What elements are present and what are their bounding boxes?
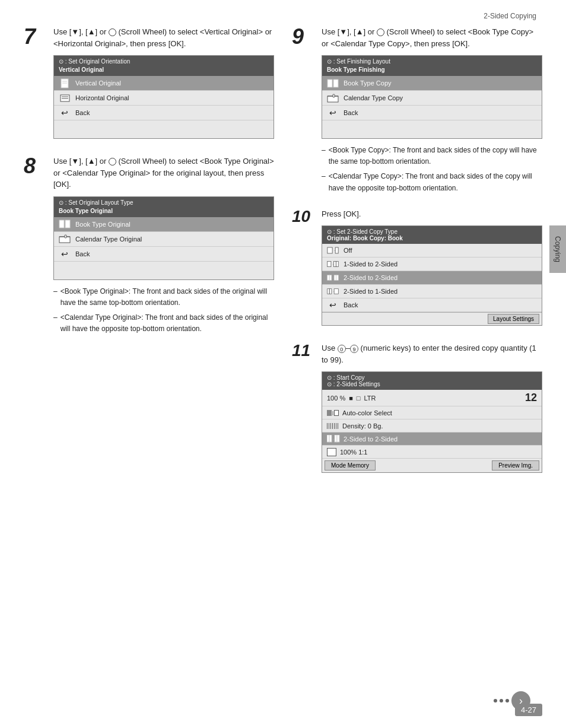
step-8-row-back-label: Back: [75, 250, 90, 257]
right-column: 9 Use [▼], [▲] or (Scroll Wheel) to sele…: [292, 26, 542, 489]
step-11-row-ratio[interactable]: 100% 1:1: [322, 446, 542, 459]
step-10-row-1to2[interactable]: → 1-Sided to 2-Sided: [322, 257, 542, 271]
step-7-header-line1: ⊙ : Set Original Orientation: [59, 58, 130, 65]
autocolor-icon: |: [327, 410, 339, 416]
left-column: 7 Use [▼], [▲] or (Scroll Wheel) to sele…: [24, 26, 274, 489]
svg-rect-40: [337, 435, 339, 442]
dot-2: [500, 699, 503, 702]
step-7-content: Use [▼], [▲] or (Scroll Wheel) to select…: [53, 26, 274, 145]
step-8-screen: ⊙ : Set Original Layout Type Book Type O…: [53, 196, 274, 280]
2sided-icon-11: →: [327, 435, 340, 443]
step-8-row-book[interactable]: Book Type Original: [54, 217, 274, 232]
mode-memory-button[interactable]: Mode Memory: [325, 460, 376, 471]
svg-rect-16: [327, 247, 332, 253]
cal-copy-icon: [327, 93, 339, 103]
step-9-header-line2: Book Type Finishing: [327, 66, 385, 73]
step-8-text: Use [▼], [▲] or (Scroll Wheel) to select…: [53, 155, 274, 190]
step-10-row-back[interactable]: ↩ Back: [322, 298, 542, 312]
step-11-btn-row: Mode Memory Preview Img.: [322, 459, 542, 472]
page-number: 4-27: [515, 704, 542, 716]
svg-rect-28: [334, 275, 336, 281]
step-7-row-vertical[interactable]: Vertical Original: [54, 76, 274, 91]
step-8-header-line2: Book Type Original: [59, 208, 113, 214]
layout-settings-button[interactable]: Layout Settings: [488, 314, 539, 324]
paper-size: LTR: [364, 395, 376, 402]
back-icon-10: ↩: [327, 300, 339, 310]
step-11-row-autocolor[interactable]: | Auto-color Select: [322, 406, 542, 419]
step-10-row-1to2-label: 1-Sided to 2-Sided: [344, 260, 398, 268]
step-9-text: Use [▼], [▲] or (Scroll Wheel) to select…: [322, 26, 542, 49]
svg-rect-6: [59, 220, 64, 228]
icon-empty-square: □: [357, 395, 361, 402]
step-11-text: Use 0–9 (numeric keys) to enter the desi…: [322, 342, 542, 365]
step-9-row-back[interactable]: ↩ Back: [322, 106, 542, 120]
svg-rect-23: [336, 262, 338, 267]
step-10-content: Press [OK]. ⊙ : Set 2-Sided Copy Type Or…: [322, 208, 542, 332]
back-icon-8: ↩: [59, 249, 71, 259]
svg-rect-33: [329, 289, 332, 294]
paper-horiz-icon: [59, 93, 71, 103]
step-9-number: 9: [292, 26, 316, 198]
step-10-screen: ⊙ : Set 2-Sided Copy Type Original: Book…: [322, 225, 542, 326]
step-10-row-2to1-label: 2-Sided to 1-Sided: [344, 288, 398, 295]
step-11-screen-header: ⊙ : Start Copy ⊙ : 2-Sided Settings: [322, 372, 542, 390]
step-9-row-calendar-label: Calendar Type Copy: [344, 94, 403, 101]
step-11-row-ratio-label: 100% 1:1: [340, 449, 367, 456]
svg-rect-11: [327, 80, 332, 87]
step-10-number: 10: [292, 208, 316, 332]
step-8-number: 8: [24, 155, 47, 338]
step-10: 10 Press [OK]. ⊙ : Set 2-Sided Copy Type…: [292, 208, 542, 332]
preview-img-button[interactable]: Preview Img.: [492, 460, 539, 471]
book-orig-icon: [59, 220, 71, 229]
svg-rect-10: [65, 235, 66, 238]
step-10-text: Press [OK].: [322, 208, 542, 220]
ratio-icon: [327, 448, 336, 456]
back-icon-9: ↩: [327, 108, 339, 117]
step-8-row-back[interactable]: ↩ Back: [54, 247, 274, 262]
step-10-row-off[interactable]: → Off: [322, 244, 542, 257]
svg-rect-39: [335, 435, 337, 442]
step-8-header-line1: ⊙ : Set Original Layout Type: [59, 199, 133, 206]
step-11-row-2sided[interactable]: → 2-Sided to 2-Sided: [322, 433, 542, 446]
back-icon-7: ↩: [59, 108, 71, 117]
step-10-header-line1: ⊙ : Set 2-Sided Copy Type: [327, 228, 398, 235]
step-10-row-2to1[interactable]: → 2-Sided to 1-Sided: [322, 285, 542, 298]
svg-rect-15: [333, 94, 335, 97]
page: 2-Sided Copying Copying 7 Use [▼], [▲] o…: [0, 0, 566, 728]
step-9-row-back-label: Back: [344, 109, 358, 116]
svg-rect-24: [327, 275, 330, 281]
icon-filled-square: ■: [349, 395, 353, 402]
step-9-row-book[interactable]: Book Type Copy: [322, 76, 542, 91]
dot-3: [505, 699, 509, 702]
step-10-row-2to2-label: 2-Sided to 2-Sided: [344, 274, 398, 281]
step-10-row-back-label: Back: [344, 301, 358, 309]
step-7-screen-header: ⊙ : Set Original Orientation Vertical Or…: [54, 56, 274, 76]
step-8-bullets: – <Book Type Original>: The front and ba…: [53, 286, 274, 335]
step-8-content: Use [▼], [▲] or (Scroll Wheel) to select…: [53, 155, 274, 338]
2to2-icon: →: [327, 273, 339, 282]
step-9-header-line1: ⊙ : Set Finishing Layout: [327, 58, 390, 65]
svg-rect-12: [333, 80, 338, 87]
step-10-row-2to2[interactable]: → 2-Sided to 2-Sided: [322, 271, 542, 285]
2to1-icon: →: [327, 287, 339, 296]
step-7-row-back[interactable]: ↩ Back: [54, 106, 274, 120]
step-11-row-density[interactable]: Density: 0 Bg.: [322, 419, 542, 433]
sidebar-tab: Copying: [549, 225, 566, 273]
step-11-header-line1: ⊙ : Start Copy: [327, 374, 365, 381]
1to2-icon: →: [327, 259, 339, 269]
step-7-row-back-label: Back: [75, 109, 90, 116]
step-7-number: 7: [24, 26, 47, 145]
step-9-row-calendar[interactable]: Calendar Type Copy: [322, 91, 542, 106]
svg-rect-7: [65, 220, 70, 228]
svg-rect-35: [334, 289, 338, 294]
step-7-row-horizontal[interactable]: Horizontal Original: [54, 91, 274, 106]
step-8-row-calendar[interactable]: Calendar Type Original: [54, 232, 274, 247]
page-header-title: 2-Sided Copying: [24, 12, 542, 20]
step-8-row-book-label: Book Type Original: [75, 221, 131, 228]
step-9-bullets: – <Book Type Copy>: The front and back s…: [322, 145, 542, 194]
step-11-main-row: 100 % ■ □ LTR 12: [322, 390, 542, 406]
step-10-header-line2: Original: Book Copy: Book: [327, 235, 403, 241]
step-11: 11 Use 0–9 (numeric keys) to enter the d…: [292, 342, 542, 479]
svg-rect-18: [335, 247, 338, 253]
step-10-row-off-label: Off: [344, 247, 352, 254]
